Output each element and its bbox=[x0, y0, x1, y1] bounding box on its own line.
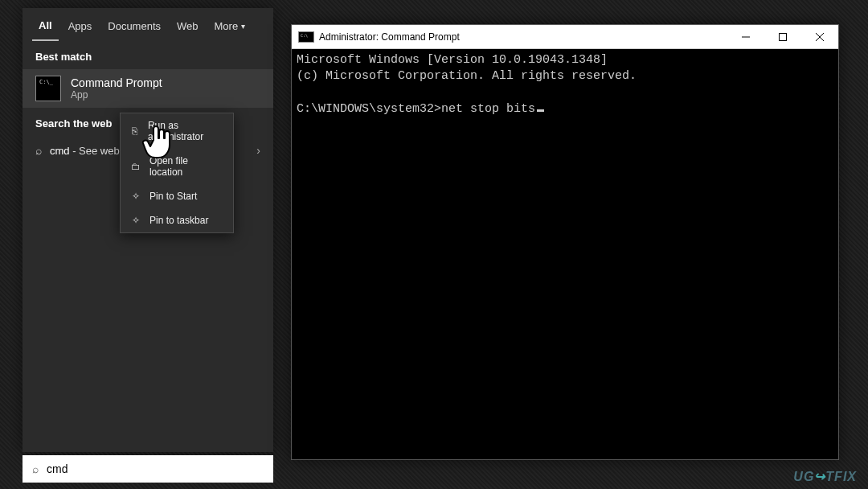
minimize-button[interactable] bbox=[727, 25, 764, 49]
heading-best-match: Best match bbox=[23, 41, 273, 69]
menu-pin-to-taskbar-label: Pin to taskbar bbox=[149, 215, 208, 226]
tab-more[interactable]: More ▾ bbox=[208, 17, 252, 40]
menu-pin-to-start-label: Pin to Start bbox=[149, 191, 197, 202]
watermark-arrow-icon: ↪ bbox=[814, 470, 825, 483]
command-prompt-icon: C:\ bbox=[298, 31, 314, 43]
terminal-line-1: Microsoft Windows [Version 10.0.19043.13… bbox=[297, 53, 608, 67]
terminal-command: net stop bits bbox=[441, 102, 535, 116]
menu-run-as-administrator-label: Run as administrator bbox=[148, 120, 223, 142]
terminal-output[interactable]: Microsoft Windows [Version 10.0.19043.13… bbox=[292, 49, 838, 459]
best-match-subtitle: App bbox=[71, 89, 162, 101]
terminal-prompt: C:\WINDOWS\system32> bbox=[297, 102, 441, 116]
shield-icon: ⎘ bbox=[130, 125, 140, 137]
close-button[interactable] bbox=[801, 25, 838, 49]
menu-open-file-location[interactable]: 🗀 Open file location bbox=[121, 149, 233, 184]
tab-apps[interactable]: Apps bbox=[62, 17, 99, 40]
menu-pin-to-start[interactable]: ✧ Pin to Start bbox=[121, 184, 233, 208]
folder-icon: 🗀 bbox=[130, 161, 141, 172]
chevron-right-icon: › bbox=[256, 144, 260, 157]
search-tabs: All Apps Documents Web More ▾ bbox=[23, 8, 273, 41]
watermark: UG↪TFIX bbox=[793, 469, 857, 484]
pin-icon: ✧ bbox=[130, 191, 141, 202]
taskbar-search-box[interactable]: ⌕ bbox=[23, 455, 273, 483]
terminal-line-2: (c) Microsoft Corporation. All rights re… bbox=[297, 69, 637, 83]
tab-more-label: More bbox=[215, 20, 239, 32]
best-match-result[interactable]: C:\_ Command Prompt App bbox=[23, 69, 273, 108]
tab-documents[interactable]: Documents bbox=[101, 17, 167, 40]
menu-run-as-administrator[interactable]: ⎘ Run as administrator bbox=[121, 113, 233, 149]
pin-icon: ✧ bbox=[130, 215, 141, 226]
command-prompt-icon: C:\_ bbox=[35, 76, 61, 101]
menu-open-file-location-label: Open file location bbox=[149, 155, 223, 178]
menu-pin-to-taskbar[interactable]: ✧ Pin to taskbar bbox=[121, 208, 233, 232]
search-icon: ⌕ bbox=[32, 462, 39, 475]
web-result-term: cmd bbox=[50, 145, 70, 157]
watermark-post: TFIX bbox=[825, 470, 857, 483]
search-icon: ⌕ bbox=[35, 144, 42, 157]
best-match-text: Command Prompt App bbox=[71, 76, 162, 101]
context-menu: ⎘ Run as administrator 🗀 Open file locat… bbox=[120, 113, 234, 233]
svg-rect-1 bbox=[780, 33, 787, 40]
command-prompt-window: C:\ Administrator: Command Prompt Micros… bbox=[291, 24, 839, 460]
tab-all[interactable]: All bbox=[32, 16, 59, 41]
tab-web[interactable]: Web bbox=[170, 17, 205, 40]
terminal-caret bbox=[537, 109, 544, 112]
maximize-button[interactable] bbox=[764, 25, 801, 49]
window-title: Administrator: Command Prompt bbox=[319, 31, 727, 43]
watermark-pre: UG bbox=[793, 470, 814, 483]
chevron-down-icon: ▾ bbox=[241, 22, 245, 31]
window-titlebar[interactable]: C:\ Administrator: Command Prompt bbox=[292, 25, 838, 49]
best-match-title: Command Prompt bbox=[71, 76, 162, 89]
search-input[interactable] bbox=[47, 462, 264, 475]
